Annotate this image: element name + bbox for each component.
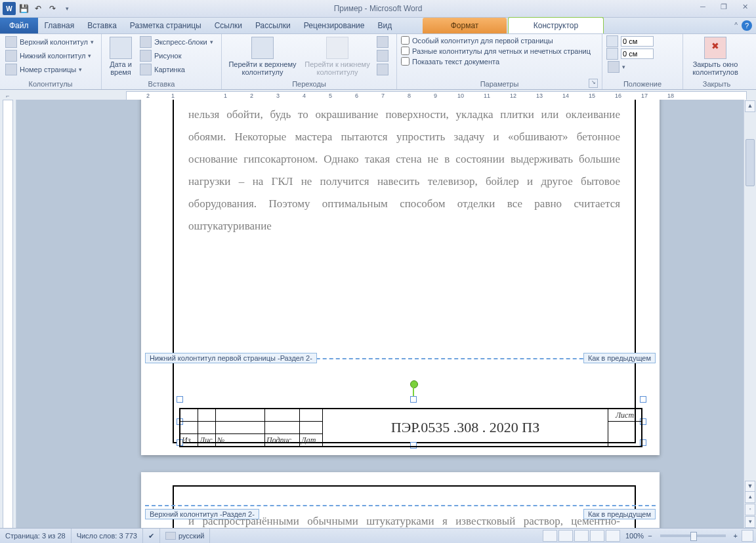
clipart-button[interactable]: Картинка (138, 63, 215, 76)
header-tag[interactable]: Верхний колонтитул -Раздел 2- (145, 509, 259, 519)
stamp-col-date: Дат (300, 434, 323, 447)
page2-frame: и распространёнными обычными штукатуркам… (173, 485, 636, 529)
view-draft-button[interactable] (606, 530, 620, 542)
scroll-thumb[interactable] (746, 139, 755, 186)
quick-access-toolbar: W 💾 ↶ ↷ (0, 2, 74, 15)
close-button[interactable]: ✕ (738, 1, 752, 12)
tab-view[interactable]: Вид (371, 18, 398, 33)
datetime-button[interactable]: Дата и время (106, 35, 136, 76)
pagenumber-dropdown[interactable]: Номер страницы (4, 63, 97, 76)
lang-icon (165, 532, 176, 540)
sel-handle-n[interactable] (410, 396, 417, 403)
pagenum-icon (5, 64, 17, 75)
goto-footer-button: Перейти к нижнему колонтитулу (302, 35, 373, 76)
footer-from-bottom[interactable] (606, 48, 679, 60)
zoom-fit-button[interactable] (742, 530, 753, 542)
view-web-button[interactable] (574, 530, 589, 542)
minimize-button[interactable]: ─ (696, 1, 710, 12)
ribbon-group-headerfooter: Верхний колонтитул Нижний колонтитул Ном… (0, 34, 102, 89)
qat-customize[interactable] (60, 2, 74, 15)
status-language[interactable]: русский (160, 529, 210, 543)
tab-mailings[interactable]: Рассылки (249, 18, 297, 33)
prev-page-button[interactable]: ▴ (745, 491, 755, 503)
vertical-ruler[interactable] (0, 100, 16, 529)
close-hf-icon (704, 37, 726, 59)
tab-references[interactable]: Ссылки (208, 18, 249, 33)
zoom-level[interactable]: 100% (625, 532, 644, 540)
opt-oddeven-checkbox[interactable]: Разные колонтитулы для четных и нечетных… (401, 46, 598, 56)
save-icon[interactable]: 💾 (17, 2, 30, 15)
next-page-button[interactable]: ▾ (745, 516, 755, 528)
options-dialog-launcher[interactable]: ↘ (589, 79, 598, 88)
title-bar: W 💾 ↶ ↷ Пример - Microsoft Word Средства… (0, 0, 756, 18)
stamp-code: ПЭР.0535 .308 . 2020 ПЗ (323, 409, 608, 447)
status-words[interactable]: Число слов: 3 773 (72, 529, 143, 543)
ribbon-tabs: Файл Главная Вставка Разметка страницы С… (0, 18, 756, 34)
status-page[interactable]: Страница: 3 из 28 (0, 529, 72, 543)
ribbon-group-insert: Дата и время Экспресс-блоки Рисунок Карт… (102, 34, 222, 89)
status-proofing-icon[interactable]: ✔ (143, 529, 160, 543)
tab-home[interactable]: Главная (38, 18, 81, 33)
zoom-in-button[interactable]: + (731, 532, 740, 540)
page-2: и распространёнными обычными штукатуркам… (141, 472, 660, 529)
tab-review[interactable]: Рецензирование (297, 18, 371, 33)
insert-alignment-tab[interactable] (606, 60, 679, 73)
stamp-col-no: № (216, 434, 265, 447)
group-label-position: Положение (606, 80, 679, 89)
undo-icon[interactable]: ↶ (32, 2, 45, 15)
zoom-slider[interactable] (660, 534, 726, 537)
window-title: Пример - Microsoft Word (0, 4, 756, 13)
minimize-ribbon-icon[interactable]: ^ (734, 22, 738, 29)
header-dropdown[interactable]: Верхний колонтитул (4, 35, 97, 49)
opt-firstpage-checkbox[interactable]: Особый колонтитул для первой страницы (401, 35, 598, 45)
stamp-table: ПЭР.0535 .308 . 2020 ПЗ Лист Из Лис № По… (179, 408, 642, 447)
vertical-scrollbar[interactable]: ▲ ▼ ▴ ◦ ▾ (744, 100, 756, 529)
close-headerfooter-button[interactable]: Закрыть окно колонтитулов (687, 35, 744, 76)
rotate-handle[interactable] (410, 380, 418, 388)
help-icon[interactable]: ? (742, 20, 752, 31)
tab-layout[interactable]: Разметка страницы (123, 18, 208, 33)
goto-header-button[interactable]: Перейти к верхнему колонтитулу (226, 35, 299, 76)
word-icon[interactable]: W (3, 2, 16, 15)
picture-button[interactable]: Рисунок (138, 49, 215, 62)
picture-icon (140, 50, 152, 62)
tab-file[interactable]: Файл (0, 18, 38, 33)
document-canvas[interactable]: нельзя обойти, будь то окрашивание повер… (16, 100, 744, 529)
align-tab-icon (608, 61, 620, 73)
sel-handle-ne[interactable] (640, 396, 646, 403)
opt-showdoc-checkbox[interactable]: Показать текст документа (401, 56, 598, 66)
tab-constructor[interactable]: Конструктор (508, 17, 604, 33)
zoom-out-button[interactable]: − (645, 532, 654, 540)
footer-tag[interactable]: Нижний колонтитул первой страницы -Разде… (145, 353, 317, 363)
stamp-col-sign: Подпис (265, 434, 300, 447)
header-from-top[interactable] (606, 35, 679, 47)
tab-insert[interactable]: Вставка (81, 18, 123, 33)
quickparts-dropdown[interactable]: Экспресс-блоки (138, 35, 215, 49)
sel-handle-nw[interactable] (177, 396, 183, 403)
redo-icon[interactable]: ↷ (46, 2, 59, 15)
stamp-block[interactable]: ПЭР.0535 .308 . 2020 ПЗ Лист Из Лис № По… (179, 408, 642, 447)
restore-button[interactable]: ❐ (717, 1, 731, 12)
same-as-prev-tag-header[interactable]: Как в предыдущем (583, 509, 656, 519)
stamp-sheet-label: Лист (608, 409, 642, 422)
footer-dropdown[interactable]: Нижний колонтитул (4, 49, 97, 62)
ribbon-group-position: Положение (602, 34, 683, 89)
zoom-thumb[interactable] (690, 532, 697, 541)
browse-object-button[interactable]: ◦ (745, 504, 755, 515)
group-label-insert: Вставка (106, 80, 217, 89)
pos-top-icon (606, 35, 618, 47)
nav-next-icon[interactable] (375, 49, 390, 62)
view-fullscreen-button[interactable] (558, 530, 573, 542)
nav-link-icon[interactable] (375, 63, 390, 76)
view-outline-button[interactable] (590, 530, 604, 542)
nav-prev-icon[interactable] (375, 35, 390, 49)
scroll-up-button[interactable]: ▲ (745, 100, 755, 112)
tab-format[interactable]: Формат (423, 18, 507, 33)
ribbon-group-options: Особый колонтитул для первой страницы Ра… (397, 34, 602, 89)
page1-body-text: нельзя обойти, будь то окрашивание повер… (174, 104, 635, 237)
group-label-headerfooter: Колонтитулы (4, 80, 97, 89)
same-as-prev-tag-footer[interactable]: Как в предыдущем (583, 353, 656, 363)
stamp-col-izm: Из (180, 434, 198, 447)
view-printlayout-button[interactable] (543, 530, 557, 542)
group-label-close: Закрыть (687, 80, 746, 89)
